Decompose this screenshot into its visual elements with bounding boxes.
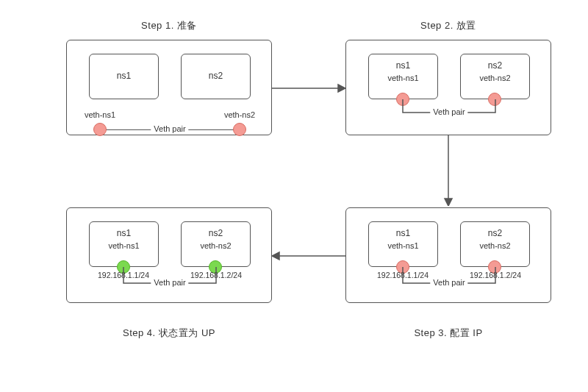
step3-veth-right-label: veth-ns2 [461,241,529,250]
step1-veth-pair-caption: Veth pair [151,124,188,133]
step2-veth-right-label: veth-ns2 [461,74,529,82]
step4-veth-pair-caption: Veth pair [151,278,188,287]
step2-title: Step 2. 放置 [345,19,551,32]
ns1-label: ns1 [90,54,158,81]
step2-veth-pair-caption: Veth pair [430,107,467,116]
ns2-label: ns2 [461,54,529,71]
step4-veth-right-label: veth-ns2 [182,241,250,250]
step2-veth-left-label: veth-ns1 [369,74,437,82]
step4-host: ns1 veth-ns1 ns2 veth-ns2 192.168.1.1/24… [66,207,272,303]
arrow-2-3 [441,135,456,206]
step3-veth-pair-caption: Veth pair [430,278,467,287]
step1-ns2: ns2 [181,54,251,99]
step4-title: Step 4. 状态置为 UP [66,327,272,340]
step1-port-left [93,123,107,136]
ns1-label: ns1 [90,222,158,238]
arrow-3-4 [272,249,345,263]
step3-veth-left-label: veth-ns1 [369,241,437,250]
ns1-label: ns1 [369,54,437,71]
step3-title: Step 3. 配置 IP [345,327,551,340]
ns2-label: ns2 [182,54,250,81]
step3-host: ns1 veth-ns1 ns2 veth-ns2 192.168.1.1/24… [345,207,551,303]
step1-veth-right-label: veth-ns2 [214,110,265,119]
step1-host: ns1 ns2 veth-ns1 veth-ns2 Veth pair [66,40,272,135]
diagram-canvas: Step 1. 准备 ns1 ns2 veth-ns1 veth-ns2 Vet… [0,0,588,392]
svg-marker-3 [445,199,452,206]
step4-veth-left-label: veth-ns1 [90,241,158,250]
svg-marker-1 [338,85,345,92]
ns2-label: ns2 [461,222,529,238]
arrow-1-2 [272,81,345,96]
ns2-label: ns2 [182,222,250,238]
svg-marker-5 [272,252,279,260]
step1-title: Step 1. 准备 [66,19,272,32]
ns1-label: ns1 [369,222,437,238]
step1-ns1: ns1 [89,54,159,99]
step1-port-right [233,123,246,136]
step1-veth-left-label: veth-ns1 [74,110,126,119]
step2-host: ns1 veth-ns1 ns2 veth-ns2 Veth pair [345,40,551,135]
